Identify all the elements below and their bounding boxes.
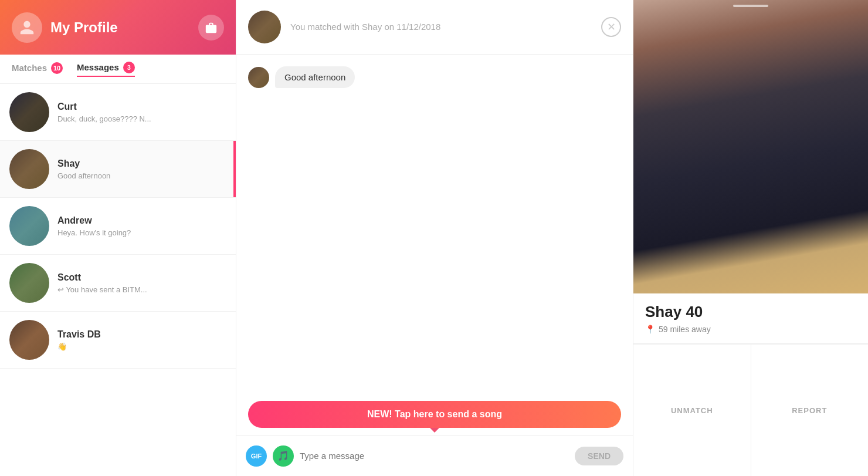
chat-header: You matched with Shay on 11/12/2018 ✕ bbox=[236, 0, 633, 55]
unmatch-label: UNMATCH bbox=[671, 406, 713, 415]
avatar-curt bbox=[9, 92, 49, 132]
message-text: Good afternoon bbox=[284, 72, 345, 82]
conversation-item-andrew[interactable]: Andrew Heya. How's it going? bbox=[0, 198, 236, 255]
chat-input-row: GIF 🎵 SEND bbox=[236, 435, 633, 476]
gif-button[interactable]: GIF bbox=[246, 445, 267, 467]
conv-preview-andrew: Heya. How's it going? bbox=[57, 228, 226, 237]
conv-preview-curt: Duck, duck, goose???? N... bbox=[57, 114, 226, 123]
profile-age-val: 40 bbox=[686, 303, 703, 320]
location-icon: 📍 bbox=[645, 325, 655, 334]
chat-header-avatar bbox=[248, 11, 281, 43]
conv-preview-shay: Good afternoon bbox=[57, 171, 226, 180]
song-banner[interactable]: NEW! Tap here to send a song bbox=[248, 401, 621, 428]
my-profile-avatar[interactable] bbox=[12, 12, 42, 43]
conv-info-curt: Curt Duck, duck, goose???? N... bbox=[57, 102, 226, 123]
chat-panel: You matched with Shay on 11/12/2018 ✕ Go… bbox=[236, 0, 633, 476]
profile-panel: Shay 40 📍 59 miles away UNMATCH REPORT bbox=[633, 0, 868, 476]
my-profile-name: My Profile bbox=[50, 19, 118, 36]
profile-name: Shay bbox=[645, 303, 681, 320]
conversations-list: Curt Duck, duck, goose???? N... Shay Goo… bbox=[0, 84, 236, 476]
message-sender-avatar bbox=[248, 67, 269, 88]
conv-name-travis: Travis DB bbox=[57, 329, 226, 340]
report-label: REPORT bbox=[792, 406, 827, 415]
conversation-item-shay[interactable]: Shay Good afternoon bbox=[0, 141, 236, 198]
boost-button[interactable] bbox=[198, 15, 224, 40]
conv-name-shay: Shay bbox=[57, 158, 226, 169]
match-date-text: You matched with Shay on 11/12/2018 bbox=[290, 22, 440, 32]
tabs-bar: Matches 10 Messages 3 bbox=[0, 55, 236, 84]
conv-info-scott: Scott ↩ You have sent a BITM... bbox=[57, 272, 226, 294]
music-button[interactable]: 🎵 bbox=[273, 445, 294, 467]
conversation-item-curt[interactable]: Curt Duck, duck, goose???? N... bbox=[0, 84, 236, 141]
send-label: SEND bbox=[588, 451, 611, 461]
avatar-shay bbox=[9, 149, 49, 189]
avatar-andrew bbox=[9, 206, 49, 246]
profile-info: Shay 40 📍 59 miles away bbox=[633, 293, 868, 344]
conv-preview-travis: 👋 bbox=[57, 342, 226, 351]
conv-name-andrew: Andrew bbox=[57, 215, 226, 226]
avatar-travis bbox=[9, 320, 49, 360]
conversation-item-scott[interactable]: Scott ↩ You have sent a BITM... bbox=[0, 255, 236, 312]
unmatch-button[interactable]: UNMATCH bbox=[633, 345, 751, 476]
sidebar: My Profile Matches 10 Messages 3 Curt Du… bbox=[0, 0, 236, 476]
profile-header-left: My Profile bbox=[12, 12, 118, 43]
photo-scroll-indicator bbox=[733, 5, 768, 7]
music-icon: 🎵 bbox=[277, 450, 289, 461]
conversation-item-travis[interactable]: Travis DB 👋 bbox=[0, 312, 236, 369]
message-bubble: Good afternoon bbox=[275, 66, 355, 88]
song-banner-tail bbox=[430, 428, 439, 433]
conv-name-curt: Curt bbox=[57, 102, 226, 112]
profile-header: My Profile bbox=[0, 0, 236, 55]
profile-photo[interactable] bbox=[633, 0, 868, 293]
briefcase-icon bbox=[205, 21, 218, 34]
song-banner-text: NEW! Tap here to send a song bbox=[367, 409, 502, 420]
messages-tab[interactable]: Messages 3 bbox=[77, 62, 135, 77]
chat-messages: Good afternoon bbox=[236, 55, 633, 401]
profile-photo-image bbox=[633, 0, 868, 293]
profile-actions: UNMATCH REPORT bbox=[633, 344, 868, 476]
close-match-button[interactable]: ✕ bbox=[601, 17, 621, 37]
chat-header-text: You matched with Shay on 11/12/2018 bbox=[290, 22, 592, 32]
conv-info-shay: Shay Good afternoon bbox=[57, 158, 226, 180]
send-button[interactable]: SEND bbox=[575, 447, 623, 465]
report-button[interactable]: REPORT bbox=[751, 345, 869, 476]
messages-badge: 3 bbox=[123, 62, 135, 73]
conv-info-travis: Travis DB 👋 bbox=[57, 329, 226, 351]
conv-preview-scott: ↩ You have sent a BITM... bbox=[57, 285, 226, 294]
profile-name-age: Shay 40 bbox=[645, 303, 856, 321]
matches-tab-label: Matches bbox=[12, 63, 47, 73]
profile-distance: 📍 59 miles away bbox=[645, 325, 856, 334]
close-icon: ✕ bbox=[607, 21, 616, 33]
conv-info-andrew: Andrew Heya. How's it going? bbox=[57, 215, 226, 237]
message-input[interactable] bbox=[300, 451, 569, 461]
messages-tab-label: Messages bbox=[77, 62, 119, 72]
gif-label: GIF bbox=[251, 453, 262, 460]
matches-badge: 10 bbox=[51, 62, 63, 74]
conv-name-scott: Scott bbox=[57, 272, 226, 283]
message-row-1: Good afternoon bbox=[248, 66, 621, 88]
matches-tab[interactable]: Matches 10 bbox=[12, 62, 63, 76]
distance-text: 59 miles away bbox=[659, 325, 711, 334]
avatar-scott bbox=[9, 263, 49, 303]
person-icon bbox=[19, 19, 35, 36]
